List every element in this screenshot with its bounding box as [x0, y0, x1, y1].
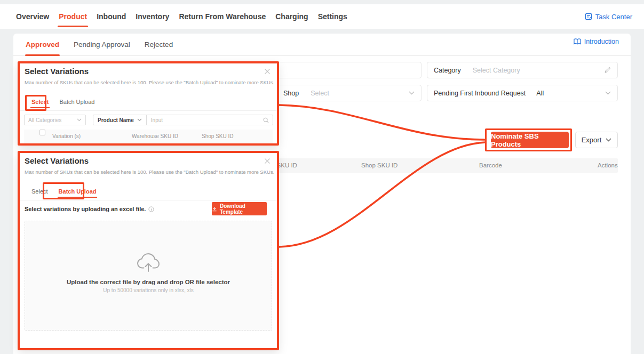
all-categories-select[interactable]: All Categories: [24, 115, 86, 125]
download-icon: [212, 206, 217, 212]
column-variations: Variation (s): [52, 130, 81, 143]
tab-approved[interactable]: Approved: [26, 34, 59, 55]
chevron-down-icon: [137, 118, 142, 122]
file-dropzone[interactable]: Upload the correct file by drag and drop…: [25, 221, 272, 331]
download-template-label: Download Template: [220, 203, 267, 215]
task-center-link[interactable]: Task Center: [585, 4, 632, 29]
category-label: Category: [434, 67, 461, 74]
dialog-note: Max number of SKUs that can be selected …: [25, 169, 274, 175]
dropzone-text: Upload the correct file by drag and drop…: [25, 279, 272, 285]
nominate-sbs-products-button[interactable]: Nominate SBS Products: [491, 132, 569, 148]
dialog-title: Select Variations: [25, 156, 89, 165]
search-icon[interactable]: [263, 117, 269, 123]
download-template-button[interactable]: Download Template: [212, 202, 267, 215]
nav-tab-settings[interactable]: Settings: [318, 4, 347, 29]
column-shop-sku-id: Shop SKU ID: [361, 158, 397, 173]
pending-first-inbound-value: All: [536, 90, 544, 97]
column-warehouse-sku-id: Warehouse SKU ID: [132, 130, 178, 143]
dialog-tabs: Select Batch Upload: [20, 93, 277, 111]
dialog-tab-batch-upload[interactable]: Batch Upload: [58, 93, 96, 110]
page: Overview Product Inbound Inventory Retur…: [0, 0, 644, 354]
introduction-label: Introduction: [584, 38, 619, 45]
column-shop-sku-id: Shop SKU ID: [202, 130, 233, 143]
dialog-table-header: Variation (s) Warehouse SKU ID Shop SKU …: [24, 130, 273, 143]
category-filter[interactable]: Category Select Category: [427, 62, 618, 78]
product-name-search-group: Product Name Input: [93, 115, 273, 125]
task-center-icon: [585, 13, 592, 20]
search-input[interactable]: Input: [147, 117, 163, 123]
export-button[interactable]: Export: [575, 132, 618, 148]
dialog-tab-select[interactable]: Select: [30, 182, 49, 200]
task-center-label: Task Center: [595, 13, 632, 21]
nav-tab-charging[interactable]: Charging: [275, 4, 308, 29]
upload-instruction: Select variations by uploading an excel …: [25, 206, 154, 212]
search-field-label: Product Name: [98, 117, 134, 123]
dialog-tabs: Select Batch Upload: [20, 182, 277, 200]
chevron-down-icon: [77, 118, 82, 122]
top-navigation: Overview Product Inbound Inventory Retur…: [0, 4, 644, 29]
shop-filter[interactable]: Shop Select: [267, 85, 422, 101]
dialog-tab-batch-upload[interactable]: Batch Upload: [58, 182, 98, 200]
dialog-title: Select Variations: [25, 67, 89, 76]
nav-tab-inventory[interactable]: Inventory: [136, 4, 169, 29]
dialog-filter-row: All Categories Product Name Input: [24, 115, 275, 125]
chevron-down-icon: [605, 91, 611, 95]
dialog-tab-select[interactable]: Select: [30, 93, 50, 110]
book-icon: [574, 38, 581, 45]
tab-pending-approval[interactable]: Pending Approval: [74, 34, 130, 55]
chevron-down-icon: [606, 138, 611, 142]
close-icon[interactable]: [264, 158, 271, 164]
tab-rejected[interactable]: Rejected: [145, 34, 173, 55]
select-variations-dialog-batch-upload-tab: Select Variations Max number of SKUs tha…: [18, 151, 279, 350]
introduction-link[interactable]: Introduction: [574, 38, 619, 45]
pending-first-inbound-label: Pending First Inbound Request: [434, 90, 526, 97]
upload-instruction-text: Select variations by uploading an excel …: [25, 206, 146, 212]
status-tabs: Approved Pending Approval Rejected: [13, 34, 631, 56]
product-search-input[interactable]: [267, 62, 422, 78]
info-icon[interactable]: [148, 206, 154, 212]
all-categories-placeholder: All Categories: [28, 117, 61, 123]
chevron-down-icon: [409, 91, 415, 95]
search-field-selector[interactable]: Product Name: [93, 115, 147, 125]
category-placeholder: Select Category: [473, 67, 520, 74]
column-barcode: Barcode: [479, 158, 502, 173]
nav-tab-return-from-warehouse[interactable]: Return From Warehouse: [179, 4, 266, 29]
select-variations-dialog-select-tab: Select Variations Max number of SKUs tha…: [18, 61, 279, 146]
column-actions: Actions: [598, 158, 618, 173]
pending-first-inbound-filter[interactable]: Pending First Inbound Request All: [427, 85, 618, 101]
dropzone-hint: Up to 50000 variations only in xlsx, xls: [25, 287, 272, 293]
nav-tab-product[interactable]: Product: [59, 4, 87, 29]
shop-placeholder: Select: [311, 90, 329, 97]
nav-tab-overview[interactable]: Overview: [16, 4, 49, 29]
nav-tab-inbound[interactable]: Inbound: [97, 4, 126, 29]
export-label: Export: [582, 136, 602, 144]
select-all-checkbox[interactable]: [39, 130, 45, 135]
dialog-note: Max number of SKUs that can be selected …: [25, 79, 274, 85]
cloud-upload-icon: [25, 251, 272, 273]
pencil-icon[interactable]: [604, 67, 611, 74]
close-icon[interactable]: [264, 68, 271, 75]
shop-label: Shop: [283, 90, 299, 97]
